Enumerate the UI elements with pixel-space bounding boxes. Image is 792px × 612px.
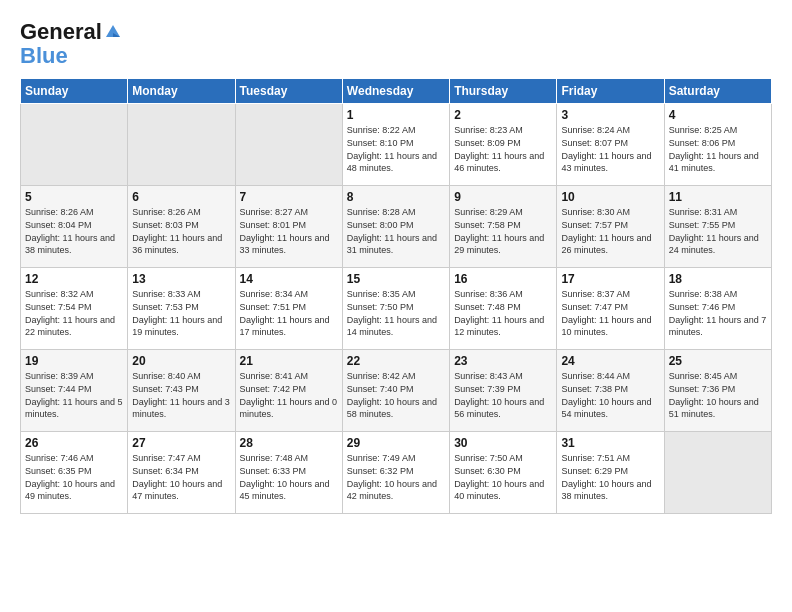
day-number: 9 [454, 190, 552, 204]
day-number: 1 [347, 108, 445, 122]
table-cell: 2Sunrise: 8:23 AM Sunset: 8:09 PM Daylig… [450, 104, 557, 186]
table-cell: 28Sunrise: 7:48 AM Sunset: 6:33 PM Dayli… [235, 432, 342, 514]
week-row-5: 26Sunrise: 7:46 AM Sunset: 6:35 PM Dayli… [21, 432, 772, 514]
day-info: Sunrise: 7:50 AM Sunset: 6:30 PM Dayligh… [454, 452, 552, 502]
day-info: Sunrise: 8:42 AM Sunset: 7:40 PM Dayligh… [347, 370, 445, 420]
day-info: Sunrise: 8:36 AM Sunset: 7:48 PM Dayligh… [454, 288, 552, 338]
day-number: 19 [25, 354, 123, 368]
day-info: Sunrise: 8:26 AM Sunset: 8:04 PM Dayligh… [25, 206, 123, 256]
day-number: 15 [347, 272, 445, 286]
table-cell: 9Sunrise: 8:29 AM Sunset: 7:58 PM Daylig… [450, 186, 557, 268]
day-number: 22 [347, 354, 445, 368]
logo-icon [104, 23, 122, 41]
day-number: 5 [25, 190, 123, 204]
weekday-sunday: Sunday [21, 79, 128, 104]
table-cell [128, 104, 235, 186]
day-number: 27 [132, 436, 230, 450]
table-cell: 1Sunrise: 8:22 AM Sunset: 8:10 PM Daylig… [342, 104, 449, 186]
page: General Blue SundayMondayTuesdayWednesda… [0, 0, 792, 612]
day-number: 14 [240, 272, 338, 286]
day-info: Sunrise: 8:39 AM Sunset: 7:44 PM Dayligh… [25, 370, 123, 420]
table-cell: 6Sunrise: 8:26 AM Sunset: 8:03 PM Daylig… [128, 186, 235, 268]
day-info: Sunrise: 7:49 AM Sunset: 6:32 PM Dayligh… [347, 452, 445, 502]
day-info: Sunrise: 8:44 AM Sunset: 7:38 PM Dayligh… [561, 370, 659, 420]
calendar-header: SundayMondayTuesdayWednesdayThursdayFrid… [21, 79, 772, 104]
week-row-2: 5Sunrise: 8:26 AM Sunset: 8:04 PM Daylig… [21, 186, 772, 268]
day-number: 30 [454, 436, 552, 450]
week-row-1: 1Sunrise: 8:22 AM Sunset: 8:10 PM Daylig… [21, 104, 772, 186]
table-cell: 7Sunrise: 8:27 AM Sunset: 8:01 PM Daylig… [235, 186, 342, 268]
table-cell: 31Sunrise: 7:51 AM Sunset: 6:29 PM Dayli… [557, 432, 664, 514]
weekday-wednesday: Wednesday [342, 79, 449, 104]
day-info: Sunrise: 8:33 AM Sunset: 7:53 PM Dayligh… [132, 288, 230, 338]
day-info: Sunrise: 8:26 AM Sunset: 8:03 PM Dayligh… [132, 206, 230, 256]
day-info: Sunrise: 8:45 AM Sunset: 7:36 PM Dayligh… [669, 370, 767, 420]
day-info: Sunrise: 8:25 AM Sunset: 8:06 PM Dayligh… [669, 124, 767, 174]
table-cell: 27Sunrise: 7:47 AM Sunset: 6:34 PM Dayli… [128, 432, 235, 514]
weekday-saturday: Saturday [664, 79, 771, 104]
table-cell: 10Sunrise: 8:30 AM Sunset: 7:57 PM Dayli… [557, 186, 664, 268]
day-number: 3 [561, 108, 659, 122]
day-info: Sunrise: 7:46 AM Sunset: 6:35 PM Dayligh… [25, 452, 123, 502]
day-number: 28 [240, 436, 338, 450]
day-info: Sunrise: 8:27 AM Sunset: 8:01 PM Dayligh… [240, 206, 338, 256]
logo-text-blue: Blue [20, 43, 68, 68]
table-cell: 15Sunrise: 8:35 AM Sunset: 7:50 PM Dayli… [342, 268, 449, 350]
day-info: Sunrise: 8:28 AM Sunset: 8:00 PM Dayligh… [347, 206, 445, 256]
table-cell: 3Sunrise: 8:24 AM Sunset: 8:07 PM Daylig… [557, 104, 664, 186]
day-number: 10 [561, 190, 659, 204]
table-cell: 22Sunrise: 8:42 AM Sunset: 7:40 PM Dayli… [342, 350, 449, 432]
day-number: 18 [669, 272, 767, 286]
day-number: 2 [454, 108, 552, 122]
day-number: 31 [561, 436, 659, 450]
day-number: 7 [240, 190, 338, 204]
table-cell: 23Sunrise: 8:43 AM Sunset: 7:39 PM Dayli… [450, 350, 557, 432]
day-info: Sunrise: 7:51 AM Sunset: 6:29 PM Dayligh… [561, 452, 659, 502]
logo: General Blue [20, 20, 122, 68]
table-cell: 20Sunrise: 8:40 AM Sunset: 7:43 PM Dayli… [128, 350, 235, 432]
day-info: Sunrise: 8:34 AM Sunset: 7:51 PM Dayligh… [240, 288, 338, 338]
table-cell: 14Sunrise: 8:34 AM Sunset: 7:51 PM Dayli… [235, 268, 342, 350]
table-cell: 4Sunrise: 8:25 AM Sunset: 8:06 PM Daylig… [664, 104, 771, 186]
weekday-row: SundayMondayTuesdayWednesdayThursdayFrid… [21, 79, 772, 104]
day-info: Sunrise: 8:22 AM Sunset: 8:10 PM Dayligh… [347, 124, 445, 174]
table-cell: 30Sunrise: 7:50 AM Sunset: 6:30 PM Dayli… [450, 432, 557, 514]
day-number: 29 [347, 436, 445, 450]
table-cell: 12Sunrise: 8:32 AM Sunset: 7:54 PM Dayli… [21, 268, 128, 350]
table-cell: 29Sunrise: 7:49 AM Sunset: 6:32 PM Dayli… [342, 432, 449, 514]
table-cell [21, 104, 128, 186]
day-info: Sunrise: 8:30 AM Sunset: 7:57 PM Dayligh… [561, 206, 659, 256]
week-row-3: 12Sunrise: 8:32 AM Sunset: 7:54 PM Dayli… [21, 268, 772, 350]
day-info: Sunrise: 8:24 AM Sunset: 8:07 PM Dayligh… [561, 124, 659, 174]
day-number: 8 [347, 190, 445, 204]
table-cell: 25Sunrise: 8:45 AM Sunset: 7:36 PM Dayli… [664, 350, 771, 432]
logo-text-general: General [20, 20, 102, 44]
header: General Blue [20, 20, 772, 68]
day-number: 13 [132, 272, 230, 286]
table-cell: 8Sunrise: 8:28 AM Sunset: 8:00 PM Daylig… [342, 186, 449, 268]
day-number: 26 [25, 436, 123, 450]
day-info: Sunrise: 8:29 AM Sunset: 7:58 PM Dayligh… [454, 206, 552, 256]
table-cell: 11Sunrise: 8:31 AM Sunset: 7:55 PM Dayli… [664, 186, 771, 268]
week-row-4: 19Sunrise: 8:39 AM Sunset: 7:44 PM Dayli… [21, 350, 772, 432]
table-cell: 16Sunrise: 8:36 AM Sunset: 7:48 PM Dayli… [450, 268, 557, 350]
day-info: Sunrise: 8:41 AM Sunset: 7:42 PM Dayligh… [240, 370, 338, 420]
day-number: 4 [669, 108, 767, 122]
table-cell [664, 432, 771, 514]
day-info: Sunrise: 8:38 AM Sunset: 7:46 PM Dayligh… [669, 288, 767, 338]
day-number: 25 [669, 354, 767, 368]
table-cell: 17Sunrise: 8:37 AM Sunset: 7:47 PM Dayli… [557, 268, 664, 350]
day-info: Sunrise: 8:32 AM Sunset: 7:54 PM Dayligh… [25, 288, 123, 338]
day-number: 20 [132, 354, 230, 368]
table-cell [235, 104, 342, 186]
day-info: Sunrise: 8:35 AM Sunset: 7:50 PM Dayligh… [347, 288, 445, 338]
day-info: Sunrise: 8:43 AM Sunset: 7:39 PM Dayligh… [454, 370, 552, 420]
weekday-tuesday: Tuesday [235, 79, 342, 104]
calendar-body: 1Sunrise: 8:22 AM Sunset: 8:10 PM Daylig… [21, 104, 772, 514]
day-number: 6 [132, 190, 230, 204]
day-info: Sunrise: 8:40 AM Sunset: 7:43 PM Dayligh… [132, 370, 230, 420]
table-cell: 5Sunrise: 8:26 AM Sunset: 8:04 PM Daylig… [21, 186, 128, 268]
day-number: 24 [561, 354, 659, 368]
table-cell: 13Sunrise: 8:33 AM Sunset: 7:53 PM Dayli… [128, 268, 235, 350]
table-cell: 19Sunrise: 8:39 AM Sunset: 7:44 PM Dayli… [21, 350, 128, 432]
